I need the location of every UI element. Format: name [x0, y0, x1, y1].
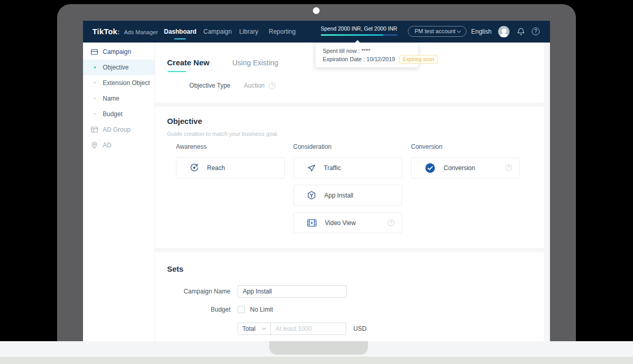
sidebar: Campaign Objective Extension Object Name [83, 43, 155, 341]
notifications-button[interactable] [517, 27, 525, 38]
help-button[interactable]: ? [532, 27, 540, 35]
app-body: Campaign Objective Extension Object Name [83, 43, 550, 341]
logo-suffix: Ads Manager [124, 29, 158, 35]
objective-title: Objective [167, 117, 202, 125]
sidebar-item-ad-group[interactable]: AD Group [83, 122, 155, 137]
main-content: Create New Using Existing Objective Type… [155, 43, 550, 341]
logo-separator: : [117, 28, 119, 36]
sidebar-item-budget[interactable]: Budget [83, 106, 155, 122]
objective-card-app-install[interactable]: App Install [293, 185, 402, 206]
spent-till-now: Spent till now : **** [323, 47, 418, 55]
no-limit-checkbox[interactable] [238, 306, 245, 313]
objective-card-reach[interactable]: Reach [176, 157, 285, 178]
objective-card-conversion[interactable]: Conversion ? [411, 157, 520, 178]
promo-text: Spend 2000 INR, Get 2000 INR [321, 25, 397, 32]
budget-label: Budget [155, 306, 230, 313]
app-window: TikTok: Ads Manager Dashboard Campaign L… [83, 21, 550, 341]
sets-panel: Sets Campaign Name Budget No Limit [155, 252, 544, 341]
top-navbar: TikTok: Ads Manager Dashboard Campaign L… [83, 21, 550, 43]
bullet-dot [94, 97, 95, 99]
budget-mode-value: Total [242, 325, 255, 332]
help-icon[interactable]: ? [505, 164, 512, 171]
sidebar-item-campaign[interactable]: Campaign [83, 44, 155, 60]
no-limit-label: No Limit [250, 306, 273, 313]
avatar-person-icon [502, 29, 506, 33]
currency-label: USD [353, 325, 366, 332]
bullet-dot [94, 113, 95, 115]
sets-title: Sets [167, 264, 184, 273]
objective-card-traffic[interactable]: Traffic [293, 157, 402, 178]
bullet-dot [94, 82, 95, 83]
nav-tab-campaign[interactable]: Campaign [203, 21, 232, 43]
account-selector[interactable]: PM test account [408, 26, 466, 37]
reach-icon [190, 163, 199, 172]
video-view-icon [307, 219, 316, 227]
traffic-icon [307, 164, 315, 172]
sidebar-item-name[interactable]: Name [83, 91, 155, 106]
create-tabs: Create New Using Existing [167, 58, 278, 72]
budget-amount-input[interactable] [270, 323, 346, 335]
objective-subtitle: Guide creation to match your business go… [167, 131, 279, 137]
column-awareness: Awareness Reach [176, 143, 285, 185]
pin-icon [91, 142, 98, 149]
expiring-soon-badge: Expiring soon [399, 55, 438, 64]
laptop-base [0, 341, 633, 357]
objective-type-value: Auction [244, 82, 265, 89]
sidebar-item-extension-object[interactable]: Extension Object [83, 75, 155, 91]
campaign-name-row: Campaign Name [155, 285, 544, 298]
expiration-date: Expiration Date : 10/12/2019 [323, 56, 395, 62]
avatar[interactable] [498, 26, 510, 37]
laptop-notch [269, 341, 368, 355]
promo-progress-fill [321, 34, 383, 36]
tab-using-existing[interactable]: Using Existing [232, 59, 279, 67]
camera-dot [313, 7, 320, 14]
tab-create-new[interactable]: Create New [167, 58, 210, 72]
logo-text: TikTok [92, 27, 117, 36]
tiktok-logo: TikTok: Ads Manager [92, 21, 158, 43]
column-consideration: Consideration Traffic [293, 143, 402, 240]
budget-mode-select[interactable]: Total [238, 323, 271, 335]
help-icon[interactable]: ? [388, 219, 394, 226]
objective-card-video-view[interactable]: Video View ? [293, 212, 402, 233]
campaign-name-input[interactable] [238, 285, 347, 298]
table-strip [0, 357, 633, 364]
objective-type-row: Objective Type Auction ? [155, 82, 544, 89]
bell-icon [517, 27, 525, 36]
promo-banner[interactable]: Spend 2000 INR, Get 2000 INR [321, 25, 397, 36]
laptop-frame: TikTok: Ads Manager Dashboard Campaign L… [57, 4, 576, 341]
help-icon[interactable]: ? [269, 82, 276, 89]
sidebar-item-ad[interactable]: AD [83, 137, 155, 153]
objective-type-label: Objective Type [155, 82, 230, 89]
page-background: TikTok: Ads Manager Dashboard Campaign L… [0, 0, 633, 364]
nav-tab-library[interactable]: Library [239, 21, 258, 43]
campaign-name-label: Campaign Name [155, 288, 230, 295]
language-selector[interactable]: English [471, 21, 491, 43]
nav-tab-reporting[interactable]: Reporting [269, 21, 296, 43]
campaign-icon [91, 48, 98, 55]
budget-amount-row: Total USD [155, 323, 544, 335]
budget-tooltip: Spent till now : **** Expiration Date : … [315, 43, 418, 67]
budget-row: Budget No Limit [155, 306, 544, 313]
chevron-down-icon [457, 30, 461, 33]
bullet-dot [94, 66, 96, 68]
column-conversion: Conversion Conversion ? [411, 143, 520, 185]
chevron-down-icon [262, 327, 266, 330]
question-icon: ? [532, 27, 540, 35]
sidebar-item-objective[interactable]: Objective [83, 60, 155, 75]
app-install-icon [307, 191, 316, 200]
objective-panel: Objective Guide creation to match your b… [155, 107, 544, 248]
nav-tab-dashboard[interactable]: Dashboard [164, 21, 197, 43]
ad-group-icon [91, 126, 98, 133]
selected-check-icon [425, 163, 435, 173]
promo-progress-track [321, 34, 397, 36]
account-selector-value: PM test account [415, 28, 456, 34]
